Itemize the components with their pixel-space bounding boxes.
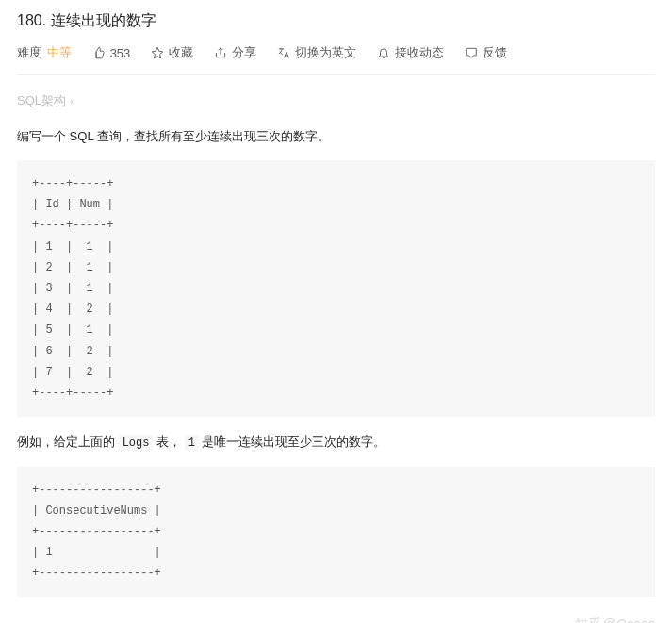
code-block-output: +-----------------+ | ConsecutiveNums | … xyxy=(17,467,655,598)
difficulty-label: 难度 xyxy=(17,45,41,59)
favorite-button[interactable]: 收藏 xyxy=(151,44,193,61)
like-button[interactable]: 353 xyxy=(92,46,131,60)
problem-description: 编写一个 SQL 查询，查找所有至少连续出现三次的数字。 xyxy=(17,126,655,147)
like-count: 353 xyxy=(110,46,131,60)
difficulty-level: 中等 xyxy=(47,45,72,59)
difficulty: 难度 中等 xyxy=(17,44,72,61)
share-button[interactable]: 分享 xyxy=(214,44,256,61)
translate-label: 切换为英文 xyxy=(295,44,356,61)
example-text: 例如，给定上面的 Logs 表， 1 是唯一连续出现至少三次的数字。 xyxy=(17,432,655,452)
watermark: 知乎 @Ocean @51CTO博客 xyxy=(573,615,655,623)
chevron-right-icon: › xyxy=(70,95,74,107)
problem-title: 180. 连续出现的数字 xyxy=(17,8,655,39)
star-icon xyxy=(151,46,164,59)
watermark-line1: 知乎 @Ocean xyxy=(573,615,655,623)
toolbar: 难度 中等 353 收藏 分享 切换为英文 接收动态 反馈 xyxy=(17,39,655,75)
sql-schema-label: SQL架构 xyxy=(17,92,66,109)
translate-button[interactable]: 切换为英文 xyxy=(277,44,356,61)
comment-icon xyxy=(465,46,478,59)
subscribe-label: 接收动态 xyxy=(395,44,444,61)
translate-icon xyxy=(277,46,290,59)
sql-schema-link[interactable]: SQL架构 › xyxy=(17,92,655,109)
bell-icon xyxy=(377,46,390,59)
share-label: 分享 xyxy=(232,44,256,61)
code-one: 1 xyxy=(185,435,199,451)
code-block-input: +----+-----+ | Id | Num | +----+-----+ |… xyxy=(17,160,655,417)
feedback-button[interactable]: 反馈 xyxy=(465,44,507,61)
share-icon xyxy=(214,46,227,59)
thumbs-up-icon xyxy=(92,46,106,59)
stats-bar: 通过次数 54,962 提交次数 112,158 xyxy=(17,614,655,623)
example-prefix: 例如，给定上面的 xyxy=(17,434,119,449)
favorite-label: 收藏 xyxy=(169,44,193,61)
feedback-label: 反馈 xyxy=(483,44,507,61)
example-suffix: 是唯一连续出现至少三次的数字。 xyxy=(199,434,386,449)
subscribe-button[interactable]: 接收动态 xyxy=(377,44,444,61)
code-logs: Logs xyxy=(119,435,154,451)
example-mid: 表， xyxy=(153,434,184,449)
